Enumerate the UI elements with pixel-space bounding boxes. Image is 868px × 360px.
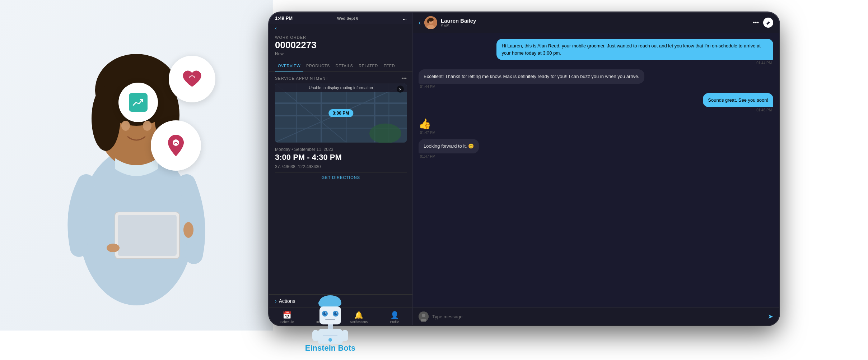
svg-point-24: [369, 124, 401, 143]
work-order-status: New: [275, 51, 407, 56]
floating-heart-icon: [169, 56, 215, 102]
nav-tabs: OVERVIEW PRODUCTS DETAILS RELATED FEED: [269, 61, 412, 72]
floating-chart-icon: [118, 83, 158, 122]
tab-products[interactable]: PRODUCTS: [303, 61, 333, 71]
svg-point-29: [427, 19, 429, 23]
status-date: Wed Sept 6: [337, 16, 358, 20]
service-appointment-section: SERVICE APPOINTMENT •••: [269, 72, 412, 294]
chat-back-button[interactable]: ‹: [419, 19, 421, 27]
chat-user-type: SMS: [441, 24, 749, 28]
get-directions-button[interactable]: GET DIRECTIONS: [275, 172, 407, 183]
work-order-header: WORK ORDER 00002273 New: [269, 32, 412, 61]
avatar-svg: [424, 16, 437, 29]
back-button[interactable]: ‹: [269, 24, 412, 32]
chart-svg: [132, 97, 144, 107]
message-bubble-3: Sounds great. See you soon!: [703, 93, 773, 107]
map-error-text: Unable to display routing information: [309, 86, 373, 90]
chat-header: ‹ Lauren Bailey SMS •••: [413, 13, 779, 33]
message-4: 👍 01:47 PM: [419, 116, 773, 135]
message-time-5: 01:47 PM: [419, 154, 437, 158]
chat-avatar: [424, 16, 437, 29]
profile-icon: 👤: [390, 311, 399, 319]
svg-rect-47: [312, 330, 319, 341]
location-svg: [164, 133, 188, 158]
svg-point-50: [328, 338, 332, 342]
status-time: 1:49 PM: [275, 15, 293, 21]
compose-icon: [766, 20, 771, 25]
woman-photo: [0, 0, 273, 331]
svg-point-4: [92, 86, 120, 151]
svg-rect-48: [342, 330, 348, 341]
bot-svg: [311, 294, 350, 344]
tab-feed[interactable]: FEED: [381, 61, 398, 71]
message-time-2: 01:44 PM: [419, 85, 437, 89]
work-order-panel: 1:49 PM Wed Sept 6 ... ‹ WORK ORDER 0000…: [269, 13, 413, 325]
floating-location-icon: [151, 120, 201, 171]
message-3: Sounds great. See you soon! 01:46 PM: [419, 93, 773, 112]
back-chevron: ‹: [275, 25, 277, 31]
appointment-coordinates: 37.749638,-122.493430: [275, 164, 407, 169]
input-avatar-svg: [419, 311, 429, 322]
chat-input-bar: ➤: [413, 308, 779, 325]
status-bar: 1:49 PM Wed Sept 6 ...: [269, 13, 412, 24]
chat-header-actions: •••: [753, 18, 773, 28]
map-time-bubble: 3:00 PM: [328, 109, 353, 117]
message-bubble-1: Hi Lauren, this is Alan Reed, your mobil…: [496, 39, 773, 60]
appointment-time: 3:00 PM - 4:30 PM: [275, 153, 407, 162]
chat-input[interactable]: [432, 314, 764, 319]
message-time-3: 01:46 PM: [755, 108, 773, 112]
message-time-1: 01:44 PM: [755, 61, 773, 65]
tab-details[interactable]: DETAILS: [333, 61, 356, 71]
message-1: Hi Lauren, this is Alan Reed, your mobil…: [419, 39, 773, 65]
svg-point-42: [325, 313, 326, 314]
svg-point-11: [183, 222, 193, 238]
einstein-bot-illustration: [311, 294, 350, 341]
svg-point-32: [422, 314, 425, 317]
svg-point-7: [143, 121, 151, 131]
svg-point-6: [121, 121, 130, 131]
chart-icon-bg: [129, 93, 148, 112]
chat-compose-button[interactable]: [763, 18, 773, 28]
einstein-label: Einstein Bots: [305, 343, 356, 353]
svg-rect-9: [118, 215, 177, 256]
chat-panel: ‹ Lauren Bailey SMS •••: [413, 13, 779, 325]
status-dots: ...: [403, 15, 407, 21]
message-2: Excellent! Thanks for letting me know. M…: [419, 69, 773, 89]
appointment-details: Monday • September 11, 2023 3:00 PM - 4:…: [269, 143, 412, 187]
einstein-section: Einstein Bots: [273, 294, 388, 353]
svg-rect-46: [318, 329, 343, 344]
section-more-btn[interactable]: •••: [401, 75, 407, 81]
section-title: SERVICE APPOINTMENT: [275, 76, 328, 80]
combined-device: 1:49 PM Wed Sept 6 ... ‹ WORK ORDER 0000…: [269, 13, 779, 325]
left-section: [0, 0, 273, 360]
woman-svg: [50, 4, 223, 327]
tab-overview[interactable]: OVERVIEW: [275, 61, 303, 71]
svg-rect-45: [328, 324, 333, 329]
svg-point-35: [318, 299, 330, 308]
message-5: Looking forward to it. 😊 01:47 PM: [419, 139, 773, 158]
svg-point-36: [331, 300, 341, 307]
svg-point-43: [336, 313, 337, 314]
chat-input-avatar: [419, 311, 429, 322]
message-time-4: 01:47 PM: [419, 131, 437, 135]
appointment-date: Monday • September 11, 2023: [275, 147, 407, 152]
chat-user-name: Lauren Bailey: [441, 18, 749, 24]
message-bubble-5: Looking forward to it. 😊: [419, 139, 479, 153]
send-button[interactable]: ➤: [768, 313, 773, 320]
heart-svg: [181, 69, 203, 89]
chat-user-info: Lauren Bailey SMS: [441, 18, 749, 28]
work-order-number: 00002273: [275, 40, 407, 51]
work-order-label: WORK ORDER: [275, 35, 407, 40]
tab-related[interactable]: RELATED: [356, 61, 381, 71]
chat-more-button[interactable]: •••: [753, 19, 759, 26]
section-header: SERVICE APPOINTMENT •••: [269, 72, 412, 83]
message-emoji-4: 👍: [419, 118, 431, 130]
svg-point-10: [107, 244, 120, 252]
chat-messages: Hi Lauren, this is Alan Reed, your mobil…: [413, 33, 779, 308]
message-bubble-2: Excellent! Thanks for letting me know. M…: [419, 69, 644, 84]
map-container: Unable to display routing information × …: [275, 83, 407, 143]
map-error-banner: Unable to display routing information: [275, 83, 407, 92]
